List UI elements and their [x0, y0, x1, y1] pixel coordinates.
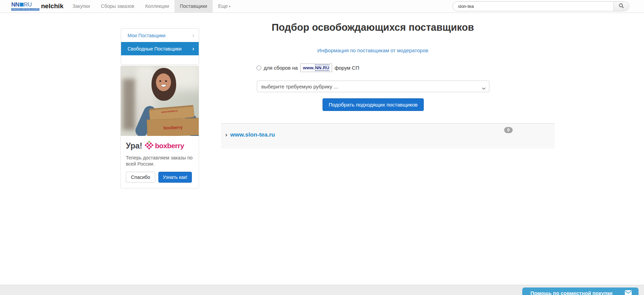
photo-cardboard-box: boxberry: [147, 118, 199, 136]
moderators-info-link[interactable]: Информация по поставщикам от модераторов: [222, 47, 523, 53]
boxberry-logo: boxberry: [145, 141, 184, 151]
rubric-select-wrap: выберите требуемую рубрику ...: [257, 81, 489, 92]
logo-caption: НИЖНИЙ НОВГОРОД ОНЛАЙН: [11, 8, 39, 11]
caret-down-icon: ▾: [229, 5, 231, 8]
logo-ru: RU: [24, 2, 32, 8]
chevron-right-icon: ›: [192, 46, 194, 52]
supplier-link-row: › www.slon-tea.ru: [225, 131, 275, 138]
learn-how-button[interactable]: Узнать как!: [158, 172, 192, 183]
nn-ru-logo[interactable]: NNRU НИЖНИЙ НОВГОРОД ОНЛАЙН: [11, 2, 39, 11]
radio-label-prefix: для сборов на: [264, 65, 298, 71]
top-nav-bar: NNRU НИЖНИЙ НОВГОРОД ОНЛАЙН nelchik Заку…: [0, 0, 644, 13]
nav-item-kollekcii[interactable]: Коллекции: [140, 0, 174, 13]
nnru-badge: www.NN.RU: [300, 64, 332, 72]
nav-item-eshche[interactable]: Еще▾: [213, 0, 236, 13]
sidebar-item-free-suppliers[interactable]: Свободные Поставщики ›: [121, 42, 199, 55]
help-widget[interactable]: Помощь по совместной покупке: [522, 287, 639, 295]
photo-eye: [165, 80, 167, 82]
collection-radio-row: для сборов на www.NN.RU форум СП: [257, 64, 359, 72]
username[interactable]: nelchik: [41, 2, 63, 10]
boxberry-wordmark: boxberry: [155, 142, 184, 150]
nav-item-zakupki[interactable]: Закупки: [67, 0, 95, 13]
logo-nn: NN: [11, 2, 19, 8]
boxberry-ad-photo[interactable]: www.boxberry boxberry: [121, 66, 199, 136]
ad-description: Теперь доставляем заказы по всей России.: [126, 155, 194, 167]
photo-smile: [161, 84, 167, 87]
ad-buttons: Спасибо Узнать как!: [126, 172, 194, 183]
supplier-result-row[interactable]: › www.slon-tea.ru 0: [221, 123, 555, 149]
thanks-button[interactable]: Спасибо: [126, 172, 155, 183]
rubric-select[interactable]: выберите требуемую рубрику ...: [257, 81, 489, 92]
search-input[interactable]: [453, 2, 614, 11]
nnru-forum-radio[interactable]: [257, 66, 261, 70]
sidebar-item-my-suppliers[interactable]: Мои Поставщики ›: [121, 29, 199, 42]
find-suppliers-button[interactable]: Подобрать подходящих поставщиков: [323, 98, 424, 111]
chevron-right-icon: ›: [192, 32, 194, 38]
photo-eye: [159, 80, 161, 82]
search-box: [452, 1, 629, 11]
photo-woman-face: [156, 73, 171, 91]
ad-exclaim-text: Ура!: [126, 141, 142, 151]
search-button[interactable]: [614, 2, 629, 11]
help-link[interactable]: Помощь по совместной покупке: [530, 290, 613, 295]
nav-item-postavshchiki[interactable]: Поставщики: [174, 0, 213, 13]
chevron-right-icon: ›: [225, 132, 227, 138]
count-badge: 0: [504, 127, 513, 133]
page-title: Подбор освобождающихся поставщиков: [222, 22, 523, 33]
sidebar-menu: Мои Поставщики › Свободные Поставщики ›: [121, 28, 199, 65]
boxberry-ad-title: Ура! boxberry: [126, 141, 194, 151]
nn-ru-logo-text: NNRU: [11, 2, 39, 8]
boxberry-ad-body: Ура! boxberry: [121, 136, 199, 188]
radio-label-suffix: форум СП: [334, 65, 359, 71]
boxberry-dots-icon: [145, 141, 154, 151]
nav-menu: Закупки Сборы заказов Коллекции Поставщи…: [67, 0, 236, 13]
nav-item-sbory-zakazov[interactable]: Сборы заказов: [95, 0, 140, 13]
photo-background-door: [123, 79, 136, 130]
supplier-link[interactable]: www.slon-tea.ru: [230, 131, 275, 138]
boxberry-ad-panel: www.boxberry boxberry Ура!: [120, 66, 199, 188]
logo-square-icon: [20, 3, 24, 6]
search-icon: [619, 3, 624, 10]
envelope-icon: [625, 290, 632, 295]
